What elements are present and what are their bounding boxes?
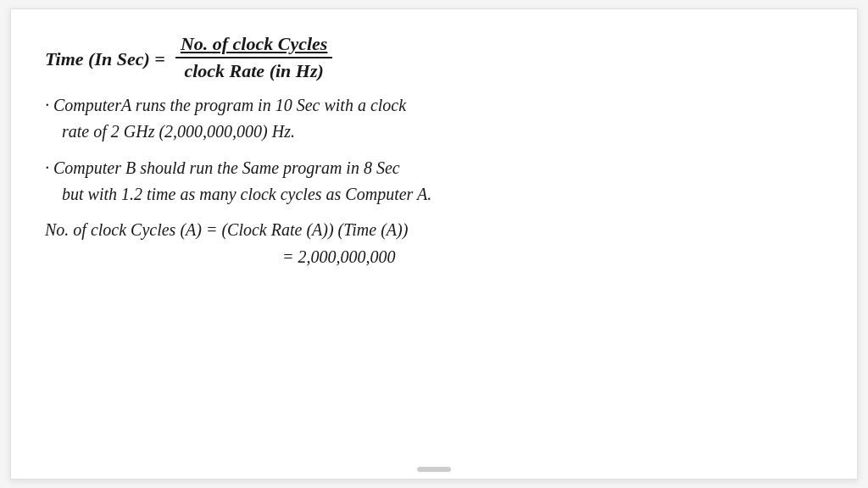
scroll-indicator <box>417 467 451 472</box>
numerator: No. of clock Cycles <box>175 33 333 58</box>
bullet1-line2: rate of 2 GHz (2,000,000,000) Hz. <box>45 119 823 145</box>
equation-line1: No. of clock Cycles (A) = (Clock Rate (A… <box>45 216 823 243</box>
denominator: clock Rate (in Hz) <box>179 58 328 82</box>
bullet2-line2: but with 1.2 time as many clock cycles a… <box>45 181 823 208</box>
equation-section: No. of clock Cycles (A) = (Clock Rate (A… <box>45 216 823 270</box>
bullet1-line1: · ComputerA runs the program in 10 Sec w… <box>45 92 823 119</box>
content-area: Time (In Sec) = No. of clock Cycles cloc… <box>45 33 823 270</box>
equation-line2: = 2,000,000,000 <box>45 243 823 270</box>
formula-line: Time (In Sec) = No. of clock Cycles cloc… <box>45 33 823 82</box>
bullet1-section: · ComputerA runs the program in 10 Sec w… <box>45 92 823 145</box>
bullet2-section: · Computer B should run the Same program… <box>45 155 823 208</box>
fraction: No. of clock Cycles clock Rate (in Hz) <box>175 33 333 82</box>
whiteboard: Time (In Sec) = No. of clock Cycles cloc… <box>10 8 858 480</box>
formula-lhs: Time (In Sec) = <box>45 33 172 70</box>
bullet2-line1: · Computer B should run the Same program… <box>45 155 823 181</box>
